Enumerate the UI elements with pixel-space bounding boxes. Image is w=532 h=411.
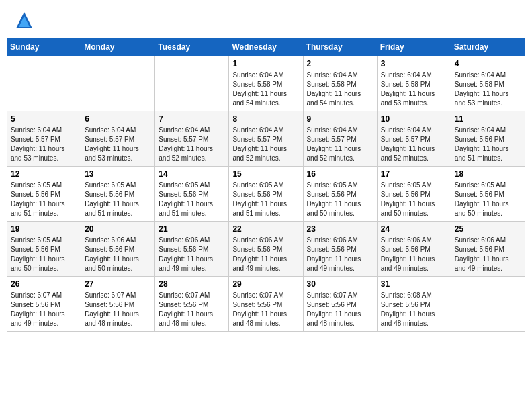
calendar-cell (7, 56, 81, 111)
day-number: 19 (11, 224, 77, 234)
day-number: 24 (381, 224, 447, 234)
day-number: 5 (11, 114, 77, 124)
day-info: Sunrise: 6:06 AM Sunset: 5:56 PM Dayligh… (455, 236, 521, 273)
day-info: Sunrise: 6:07 AM Sunset: 5:56 PM Dayligh… (307, 291, 373, 328)
calendar-cell (81, 56, 155, 111)
calendar-cell: 31Sunrise: 6:08 AM Sunset: 5:56 PM Dayli… (377, 277, 451, 332)
calendar-cell: 24Sunrise: 6:06 AM Sunset: 5:56 PM Dayli… (377, 222, 451, 277)
calendar-header-row: SundayMondayTuesdayWednesdayThursdayFrid… (7, 38, 525, 56)
calendar-cell: 6Sunrise: 6:04 AM Sunset: 5:57 PM Daylig… (81, 111, 155, 167)
calendar-cell: 21Sunrise: 6:06 AM Sunset: 5:56 PM Dayli… (155, 222, 229, 277)
day-info: Sunrise: 6:04 AM Sunset: 5:58 PM Dayligh… (307, 71, 373, 108)
day-info: Sunrise: 6:06 AM Sunset: 5:56 PM Dayligh… (232, 236, 299, 273)
calendar-header-friday: Friday (377, 38, 451, 56)
day-info: Sunrise: 6:04 AM Sunset: 5:58 PM Dayligh… (232, 71, 299, 108)
calendar-week-row: 1Sunrise: 6:04 AM Sunset: 5:58 PM Daylig… (7, 56, 525, 111)
day-number: 15 (232, 169, 299, 179)
day-number: 2 (307, 59, 373, 68)
day-number: 12 (11, 169, 77, 179)
day-info: Sunrise: 6:04 AM Sunset: 5:56 PM Dayligh… (455, 126, 521, 163)
day-info: Sunrise: 6:04 AM Sunset: 5:57 PM Dayligh… (85, 126, 151, 163)
calendar-header-monday: Monday (81, 38, 155, 56)
day-number: 23 (307, 224, 373, 234)
calendar-cell (451, 277, 525, 332)
day-info: Sunrise: 6:05 AM Sunset: 5:56 PM Dayligh… (455, 181, 521, 218)
day-number: 26 (11, 279, 77, 289)
calendar-cell: 9Sunrise: 6:04 AM Sunset: 5:57 PM Daylig… (303, 111, 377, 167)
calendar-cell: 16Sunrise: 6:05 AM Sunset: 5:56 PM Dayli… (303, 167, 377, 222)
calendar-cell: 11Sunrise: 6:04 AM Sunset: 5:56 PM Dayli… (451, 111, 525, 167)
calendar-cell: 4Sunrise: 6:04 AM Sunset: 5:58 PM Daylig… (451, 56, 525, 111)
calendar-cell: 19Sunrise: 6:05 AM Sunset: 5:56 PM Dayli… (7, 222, 81, 277)
calendar-week-row: 26Sunrise: 6:07 AM Sunset: 5:56 PM Dayli… (7, 277, 525, 332)
day-info: Sunrise: 6:05 AM Sunset: 5:56 PM Dayligh… (11, 236, 77, 273)
day-info: Sunrise: 6:07 AM Sunset: 5:56 PM Dayligh… (232, 291, 299, 328)
calendar-cell: 15Sunrise: 6:05 AM Sunset: 5:56 PM Dayli… (229, 167, 303, 222)
day-number: 14 (159, 169, 225, 179)
calendar-header-wednesday: Wednesday (229, 38, 303, 56)
calendar-cell: 18Sunrise: 6:05 AM Sunset: 5:56 PM Dayli… (451, 167, 525, 222)
day-number: 1 (232, 59, 299, 68)
day-info: Sunrise: 6:04 AM Sunset: 5:57 PM Dayligh… (307, 126, 373, 163)
day-number: 11 (455, 114, 521, 124)
calendar-header-tuesday: Tuesday (155, 38, 229, 56)
calendar-cell: 26Sunrise: 6:07 AM Sunset: 5:56 PM Dayli… (7, 277, 81, 332)
calendar-header-saturday: Saturday (451, 38, 525, 56)
day-number: 6 (85, 114, 151, 124)
day-info: Sunrise: 6:08 AM Sunset: 5:56 PM Dayligh… (381, 291, 447, 328)
calendar-cell: 7Sunrise: 6:04 AM Sunset: 5:57 PM Daylig… (155, 111, 229, 167)
calendar-header-thursday: Thursday (303, 38, 377, 56)
day-info: Sunrise: 6:05 AM Sunset: 5:56 PM Dayligh… (307, 181, 373, 218)
day-number: 3 (381, 59, 447, 68)
day-info: Sunrise: 6:05 AM Sunset: 5:56 PM Dayligh… (11, 181, 77, 218)
day-info: Sunrise: 6:07 AM Sunset: 5:56 PM Dayligh… (11, 291, 77, 328)
day-number: 27 (85, 279, 151, 289)
calendar-cell: 3Sunrise: 6:04 AM Sunset: 5:58 PM Daylig… (377, 56, 451, 111)
calendar-cell: 8Sunrise: 6:04 AM Sunset: 5:57 PM Daylig… (229, 111, 303, 167)
day-number: 30 (307, 279, 373, 289)
day-info: Sunrise: 6:05 AM Sunset: 5:56 PM Dayligh… (159, 181, 225, 218)
day-info: Sunrise: 6:07 AM Sunset: 5:56 PM Dayligh… (85, 291, 151, 328)
day-number: 22 (232, 224, 299, 234)
day-info: Sunrise: 6:04 AM Sunset: 5:57 PM Dayligh… (232, 126, 299, 163)
page-header (7, 7, 525, 32)
day-number: 9 (307, 114, 373, 124)
logo-icon (15, 11, 34, 30)
day-number: 4 (455, 59, 521, 68)
day-info: Sunrise: 6:06 AM Sunset: 5:56 PM Dayligh… (381, 236, 447, 273)
day-number: 28 (159, 279, 225, 289)
day-number: 13 (85, 169, 151, 179)
calendar-cell: 2Sunrise: 6:04 AM Sunset: 5:58 PM Daylig… (303, 56, 377, 111)
day-info: Sunrise: 6:04 AM Sunset: 5:57 PM Dayligh… (159, 126, 225, 163)
calendar-table: SundayMondayTuesdayWednesdayThursdayFrid… (7, 38, 525, 332)
day-info: Sunrise: 6:04 AM Sunset: 5:58 PM Dayligh… (455, 71, 521, 108)
day-info: Sunrise: 6:05 AM Sunset: 5:56 PM Dayligh… (381, 181, 447, 218)
calendar-cell: 25Sunrise: 6:06 AM Sunset: 5:56 PM Dayli… (451, 222, 525, 277)
calendar-cell: 30Sunrise: 6:07 AM Sunset: 5:56 PM Dayli… (303, 277, 377, 332)
day-number: 8 (232, 114, 299, 124)
day-info: Sunrise: 6:06 AM Sunset: 5:56 PM Dayligh… (85, 236, 151, 273)
calendar-cell: 1Sunrise: 6:04 AM Sunset: 5:58 PM Daylig… (229, 56, 303, 111)
calendar-header-sunday: Sunday (7, 38, 81, 56)
day-number: 18 (455, 169, 521, 179)
day-number: 25 (455, 224, 521, 234)
calendar-cell: 23Sunrise: 6:06 AM Sunset: 5:56 PM Dayli… (303, 222, 377, 277)
day-info: Sunrise: 6:06 AM Sunset: 5:56 PM Dayligh… (307, 236, 373, 273)
calendar-cell: 20Sunrise: 6:06 AM Sunset: 5:56 PM Dayli… (81, 222, 155, 277)
day-info: Sunrise: 6:05 AM Sunset: 5:56 PM Dayligh… (85, 181, 151, 218)
day-info: Sunrise: 6:06 AM Sunset: 5:56 PM Dayligh… (159, 236, 225, 273)
calendar-cell (155, 56, 229, 111)
calendar-cell: 14Sunrise: 6:05 AM Sunset: 5:56 PM Dayli… (155, 167, 229, 222)
calendar-week-row: 5Sunrise: 6:04 AM Sunset: 5:57 PM Daylig… (7, 111, 525, 167)
calendar-cell: 22Sunrise: 6:06 AM Sunset: 5:56 PM Dayli… (229, 222, 303, 277)
logo (12, 9, 34, 30)
day-number: 10 (381, 114, 447, 124)
calendar-cell: 27Sunrise: 6:07 AM Sunset: 5:56 PM Dayli… (81, 277, 155, 332)
day-number: 29 (232, 279, 299, 289)
day-info: Sunrise: 6:04 AM Sunset: 5:57 PM Dayligh… (381, 126, 447, 163)
calendar-cell: 5Sunrise: 6:04 AM Sunset: 5:57 PM Daylig… (7, 111, 81, 167)
day-number: 20 (85, 224, 151, 234)
day-number: 21 (159, 224, 225, 234)
calendar-cell: 10Sunrise: 6:04 AM Sunset: 5:57 PM Dayli… (377, 111, 451, 167)
calendar-cell: 13Sunrise: 6:05 AM Sunset: 5:56 PM Dayli… (81, 167, 155, 222)
